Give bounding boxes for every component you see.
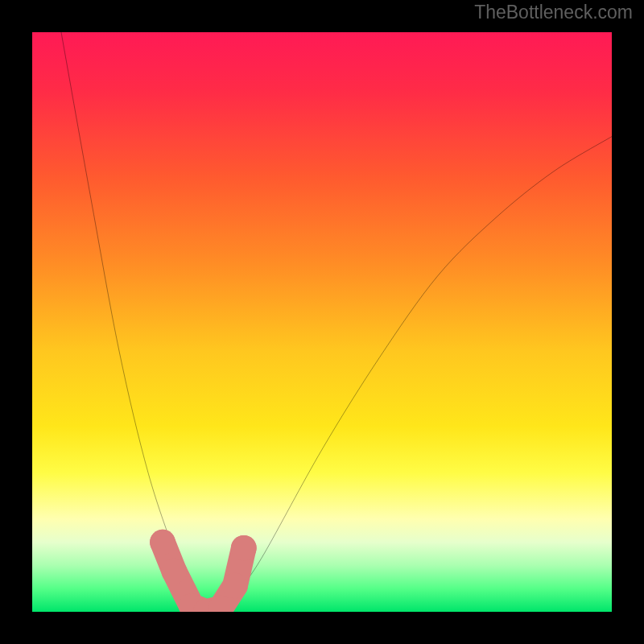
chart-frame: TheBottleneck.com (0, 0, 644, 644)
gradient-background (32, 32, 612, 612)
plot-area (32, 32, 612, 612)
watermark: TheBottleneck.com (474, 2, 633, 23)
